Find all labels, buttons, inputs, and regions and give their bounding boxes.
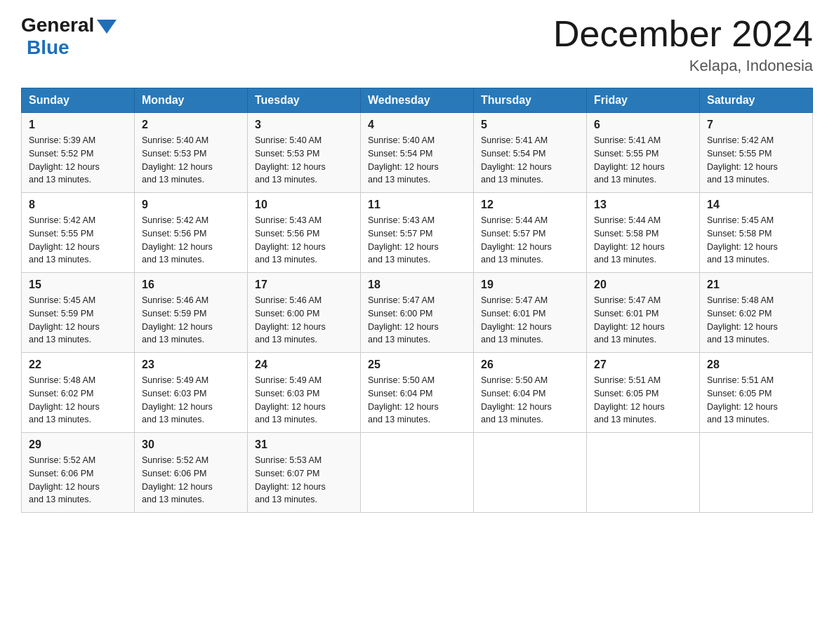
header-wednesday: Wednesday (361, 88, 474, 113)
day-info: Sunrise: 5:52 AMSunset: 6:06 PMDaylight:… (142, 454, 240, 507)
day-info: Sunrise: 5:42 AMSunset: 5:56 PMDaylight:… (142, 214, 240, 267)
header-thursday: Thursday (474, 88, 587, 113)
calendar-cell: 23Sunrise: 5:49 AMSunset: 6:03 PMDayligh… (135, 353, 248, 433)
day-info: Sunrise: 5:43 AMSunset: 5:57 PMDaylight:… (368, 214, 466, 267)
calendar-cell: 3Sunrise: 5:40 AMSunset: 5:53 PMDaylight… (248, 113, 361, 193)
day-number: 21 (707, 279, 805, 291)
calendar-cell: 2Sunrise: 5:40 AMSunset: 5:53 PMDaylight… (135, 113, 248, 193)
day-number: 14 (707, 199, 805, 211)
calendar-cell (587, 433, 700, 513)
month-title: December 2024 (553, 14, 813, 54)
calendar-cell: 22Sunrise: 5:48 AMSunset: 6:02 PMDayligh… (22, 353, 135, 433)
day-info: Sunrise: 5:40 AMSunset: 5:54 PMDaylight:… (368, 134, 466, 187)
day-info: Sunrise: 5:42 AMSunset: 5:55 PMDaylight:… (707, 134, 805, 187)
day-info: Sunrise: 5:40 AMSunset: 5:53 PMDaylight:… (255, 134, 353, 187)
day-number: 6 (594, 119, 692, 131)
week-row-4: 22Sunrise: 5:48 AMSunset: 6:02 PMDayligh… (22, 353, 813, 433)
calendar-cell: 25Sunrise: 5:50 AMSunset: 6:04 PMDayligh… (361, 353, 474, 433)
day-info: Sunrise: 5:39 AMSunset: 5:52 PMDaylight:… (29, 134, 127, 187)
day-number: 18 (368, 279, 466, 291)
day-number: 31 (255, 438, 353, 451)
day-number: 9 (142, 199, 240, 211)
location: Kelapa, Indonesia (553, 57, 813, 75)
day-number: 23 (142, 358, 240, 371)
day-number: 10 (255, 199, 353, 211)
day-number: 15 (29, 279, 127, 291)
header-sunday: Sunday (22, 88, 135, 113)
day-number: 13 (594, 199, 692, 211)
header-row: SundayMondayTuesdayWednesdayThursdayFrid… (22, 88, 813, 113)
day-number: 22 (29, 358, 127, 371)
calendar-cell: 30Sunrise: 5:52 AMSunset: 6:06 PMDayligh… (135, 433, 248, 513)
calendar-cell: 19Sunrise: 5:47 AMSunset: 6:01 PMDayligh… (474, 273, 587, 353)
day-number: 27 (594, 358, 692, 371)
day-info: Sunrise: 5:51 AMSunset: 6:05 PMDaylight:… (707, 374, 805, 427)
calendar-cell: 31Sunrise: 5:53 AMSunset: 6:07 PMDayligh… (248, 433, 361, 513)
calendar-cell: 11Sunrise: 5:43 AMSunset: 5:57 PMDayligh… (361, 193, 474, 273)
day-info: Sunrise: 5:43 AMSunset: 5:56 PMDaylight:… (255, 214, 353, 267)
day-number: 20 (594, 279, 692, 291)
calendar-cell: 16Sunrise: 5:46 AMSunset: 5:59 PMDayligh… (135, 273, 248, 353)
day-info: Sunrise: 5:40 AMSunset: 5:53 PMDaylight:… (142, 134, 240, 187)
logo-text: General (21, 14, 117, 36)
day-info: Sunrise: 5:41 AMSunset: 5:54 PMDaylight:… (481, 134, 579, 187)
day-info: Sunrise: 5:48 AMSunset: 6:02 PMDaylight:… (707, 294, 805, 347)
header-tuesday: Tuesday (248, 88, 361, 113)
day-info: Sunrise: 5:42 AMSunset: 5:55 PMDaylight:… (29, 214, 127, 267)
day-number: 7 (707, 119, 805, 131)
day-number: 11 (368, 199, 466, 211)
day-info: Sunrise: 5:50 AMSunset: 6:04 PMDaylight:… (481, 374, 579, 427)
calendar-cell: 20Sunrise: 5:47 AMSunset: 6:01 PMDayligh… (587, 273, 700, 353)
week-row-2: 8Sunrise: 5:42 AMSunset: 5:55 PMDaylight… (22, 193, 813, 273)
calendar-cell: 5Sunrise: 5:41 AMSunset: 5:54 PMDaylight… (474, 113, 587, 193)
calendar-cell: 28Sunrise: 5:51 AMSunset: 6:05 PMDayligh… (700, 353, 813, 433)
day-number: 25 (368, 358, 466, 371)
calendar-cell (361, 433, 474, 513)
calendar-cell: 13Sunrise: 5:44 AMSunset: 5:58 PMDayligh… (587, 193, 700, 273)
header-friday: Friday (587, 88, 700, 113)
logo-general: General (21, 14, 94, 36)
day-info: Sunrise: 5:47 AMSunset: 6:01 PMDaylight:… (594, 294, 692, 347)
week-row-5: 29Sunrise: 5:52 AMSunset: 6:06 PMDayligh… (22, 433, 813, 513)
logo-blue: Blue (27, 36, 70, 58)
logo: General Blue (21, 14, 117, 59)
calendar-cell: 26Sunrise: 5:50 AMSunset: 6:04 PMDayligh… (474, 353, 587, 433)
day-info: Sunrise: 5:53 AMSunset: 6:07 PMDaylight:… (255, 454, 353, 507)
title-block: December 2024 Kelapa, Indonesia (553, 14, 813, 75)
day-info: Sunrise: 5:44 AMSunset: 5:58 PMDaylight:… (594, 214, 692, 267)
logo-arrow-icon (97, 20, 117, 34)
day-info: Sunrise: 5:49 AMSunset: 6:03 PMDaylight:… (142, 374, 240, 427)
calendar-cell: 17Sunrise: 5:46 AMSunset: 6:00 PMDayligh… (248, 273, 361, 353)
day-info: Sunrise: 5:46 AMSunset: 6:00 PMDaylight:… (255, 294, 353, 347)
calendar-cell: 7Sunrise: 5:42 AMSunset: 5:55 PMDaylight… (700, 113, 813, 193)
day-info: Sunrise: 5:52 AMSunset: 6:06 PMDaylight:… (29, 454, 127, 507)
day-info: Sunrise: 5:47 AMSunset: 6:01 PMDaylight:… (481, 294, 579, 347)
day-number: 17 (255, 279, 353, 291)
calendar-cell (474, 433, 587, 513)
calendar-cell: 6Sunrise: 5:41 AMSunset: 5:55 PMDaylight… (587, 113, 700, 193)
day-number: 3 (255, 119, 353, 131)
calendar-cell: 27Sunrise: 5:51 AMSunset: 6:05 PMDayligh… (587, 353, 700, 433)
day-number: 2 (142, 119, 240, 131)
calendar-header: SundayMondayTuesdayWednesdayThursdayFrid… (22, 88, 813, 113)
calendar-cell: 1Sunrise: 5:39 AMSunset: 5:52 PMDaylight… (22, 113, 135, 193)
day-number: 26 (481, 358, 579, 371)
day-number: 12 (481, 199, 579, 211)
day-info: Sunrise: 5:47 AMSunset: 6:00 PMDaylight:… (368, 294, 466, 347)
calendar-table: SundayMondayTuesdayWednesdayThursdayFrid… (21, 88, 813, 513)
day-info: Sunrise: 5:45 AMSunset: 5:58 PMDaylight:… (707, 214, 805, 267)
week-row-3: 15Sunrise: 5:45 AMSunset: 5:59 PMDayligh… (22, 273, 813, 353)
calendar-cell: 24Sunrise: 5:49 AMSunset: 6:03 PMDayligh… (248, 353, 361, 433)
day-info: Sunrise: 5:49 AMSunset: 6:03 PMDaylight:… (255, 374, 353, 427)
day-number: 28 (707, 358, 805, 371)
calendar-cell: 15Sunrise: 5:45 AMSunset: 5:59 PMDayligh… (22, 273, 135, 353)
page-header: General Blue December 2024 Kelapa, Indon… (21, 14, 813, 75)
day-info: Sunrise: 5:46 AMSunset: 5:59 PMDaylight:… (142, 294, 240, 347)
day-info: Sunrise: 5:51 AMSunset: 6:05 PMDaylight:… (594, 374, 692, 427)
day-number: 1 (29, 119, 127, 131)
day-number: 24 (255, 358, 353, 371)
calendar-cell: 9Sunrise: 5:42 AMSunset: 5:56 PMDaylight… (135, 193, 248, 273)
day-info: Sunrise: 5:41 AMSunset: 5:55 PMDaylight:… (594, 134, 692, 187)
day-number: 30 (142, 438, 240, 451)
day-info: Sunrise: 5:45 AMSunset: 5:59 PMDaylight:… (29, 294, 127, 347)
